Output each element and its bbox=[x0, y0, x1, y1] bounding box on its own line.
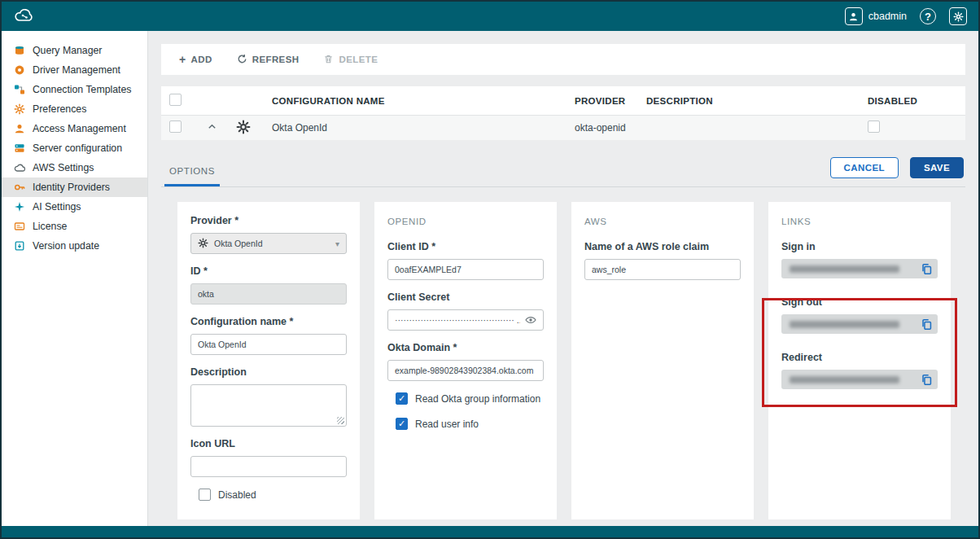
driver-icon bbox=[13, 64, 25, 77]
tab-bar: OPTIONS CANCEL SAVE bbox=[161, 155, 965, 187]
select-all-checkbox[interactable] bbox=[169, 94, 182, 106]
refresh-icon bbox=[237, 54, 247, 66]
column-header-provider: PROVIDER bbox=[575, 96, 646, 106]
redacted-url-text bbox=[790, 321, 899, 328]
provider-select-value: Okta OpenId bbox=[214, 239, 263, 248]
copy-icon[interactable] bbox=[921, 318, 933, 331]
okta-domain-field[interactable]: example-98902843902384.okta.com bbox=[387, 360, 544, 381]
help-icon[interactable]: ? bbox=[920, 8, 936, 24]
sidebar-item-label: AI Settings bbox=[33, 201, 81, 213]
provider-select[interactable]: Okta OpenId ▾ bbox=[190, 233, 347, 254]
chevron-down-icon: ▾ bbox=[335, 239, 339, 248]
column-header-disabled: DISABLED bbox=[868, 96, 965, 106]
disabled-checkbox[interactable] bbox=[199, 489, 211, 501]
client-id-field[interactable]: 0oafEXAMPLEd7 bbox=[387, 259, 544, 280]
person-icon bbox=[13, 123, 25, 135]
add-button-label: ADD bbox=[191, 55, 212, 64]
copy-icon[interactable] bbox=[921, 374, 933, 386]
toolbar: + ADD REFRESH DELETE bbox=[161, 44, 965, 75]
description-label: Description bbox=[190, 366, 347, 378]
icon-url-field[interactable] bbox=[190, 456, 347, 477]
column-header-description: DESCRIPTION bbox=[646, 96, 868, 106]
sidebar-item-label: Identity Providers bbox=[33, 182, 110, 193]
sidebar-item-version-update[interactable]: Version update bbox=[2, 236, 147, 256]
redacted-url-text bbox=[790, 265, 899, 273]
aws-role-claim-field[interactable]: aws_role bbox=[584, 259, 741, 280]
id-label: ID * bbox=[190, 265, 347, 277]
provider-label: Provider * bbox=[190, 215, 347, 226]
chevron-up-icon bbox=[207, 123, 217, 134]
column-header-configuration-name: CONFIGURATION NAME bbox=[272, 96, 575, 106]
client-id-label: Client ID * bbox=[387, 241, 544, 252]
refresh-button[interactable]: REFRESH bbox=[237, 54, 300, 66]
sidebar-item-access-management[interactable]: Access Management bbox=[2, 119, 147, 138]
sidebar-item-label: AWS Settings bbox=[33, 162, 94, 173]
tab-options[interactable]: OPTIONS bbox=[164, 166, 220, 186]
openid-panel: OPENID Client ID * 0oafEXAMPLEd7 Client … bbox=[374, 202, 557, 519]
gear-icon bbox=[13, 103, 25, 116]
sign-in-url-field bbox=[781, 259, 938, 278]
table-header-row: CONFIGURATION NAME PROVIDER DESCRIPTION … bbox=[161, 86, 965, 116]
okta-domain-label: Okta Domain * bbox=[387, 342, 544, 353]
table-row[interactable]: Okta OpenId okta-openid bbox=[161, 116, 965, 140]
sidebar-item-label: License bbox=[33, 221, 67, 232]
client-secret-value: ········································… bbox=[395, 315, 520, 325]
client-secret-label: Client Secret bbox=[387, 291, 544, 303]
read-okta-group-checkbox[interactable] bbox=[396, 392, 408, 405]
sidebar-item-label: Connection Templates bbox=[33, 84, 131, 95]
sidebar-item-aws-settings[interactable]: AWS Settings bbox=[2, 158, 147, 177]
eye-icon[interactable] bbox=[525, 314, 536, 326]
settings-icon[interactable] bbox=[949, 7, 967, 25]
openid-panel-title: OPENID bbox=[387, 217, 544, 226]
sidebar-item-label: Access Management bbox=[33, 123, 126, 134]
sidebar-item-driver-management[interactable]: Driver Management bbox=[2, 60, 147, 80]
sidebar-item-preferences[interactable]: Preferences bbox=[2, 99, 147, 119]
database-icon bbox=[13, 45, 25, 57]
sidebar-item-license[interactable]: License bbox=[2, 217, 147, 236]
username-label: cbadmin bbox=[868, 11, 907, 22]
sidebar-item-label: Driver Management bbox=[33, 64, 120, 76]
update-icon bbox=[13, 240, 25, 252]
row-disabled-checkbox[interactable] bbox=[868, 121, 880, 133]
configurations-table: CONFIGURATION NAME PROVIDER DESCRIPTION … bbox=[161, 86, 965, 140]
icon-url-label: Icon URL bbox=[190, 438, 347, 449]
license-card-icon bbox=[13, 221, 25, 233]
connection-icon bbox=[13, 84, 25, 96]
add-button[interactable]: + ADD bbox=[179, 53, 212, 66]
server-icon bbox=[13, 142, 25, 155]
app-window: cbadmin ? Query Manager Driver Managemen… bbox=[0, 0, 980, 539]
okta-logo-icon bbox=[236, 120, 272, 137]
id-field: okta bbox=[190, 283, 347, 305]
save-button[interactable]: SAVE bbox=[910, 157, 964, 178]
aws-role-claim-label: Name of a AWS role claim bbox=[584, 241, 741, 252]
read-okta-group-label: Read Okta group information bbox=[415, 393, 540, 405]
row-provider: okta-openid bbox=[575, 122, 646, 134]
client-secret-field[interactable]: ········································… bbox=[387, 309, 544, 331]
links-panel: LINKS Sign in Sign out Redirect bbox=[768, 202, 951, 519]
sidebar-item-ai-settings[interactable]: AI Settings bbox=[2, 197, 147, 217]
read-user-info-checkbox[interactable] bbox=[396, 418, 408, 430]
topbar: cbadmin ? bbox=[2, 2, 978, 31]
configuration-name-field[interactable]: Okta OpenId bbox=[190, 334, 347, 355]
delete-button[interactable]: DELETE bbox=[323, 54, 378, 66]
sparkle-icon bbox=[13, 201, 25, 213]
row-checkbox[interactable] bbox=[169, 121, 182, 133]
sidebar-item-label: Server configuration bbox=[33, 142, 122, 154]
user-menu[interactable]: cbadmin bbox=[845, 7, 907, 25]
refresh-button-label: REFRESH bbox=[252, 55, 300, 64]
trash-icon bbox=[323, 54, 334, 66]
sidebar-item-connection-templates[interactable]: Connection Templates bbox=[2, 80, 147, 99]
aws-panel: AWS Name of a AWS role claim aws_role bbox=[571, 202, 754, 519]
redirect-url-field bbox=[781, 370, 938, 389]
redacted-url-text bbox=[790, 376, 899, 383]
description-field[interactable] bbox=[190, 384, 347, 427]
sidebar-item-identity-providers[interactable]: Identity Providers bbox=[2, 177, 147, 197]
sidebar-item-label: Preferences bbox=[33, 103, 86, 115]
copy-icon[interactable] bbox=[921, 263, 933, 275]
delete-button-label: DELETE bbox=[339, 55, 378, 64]
user-avatar-icon bbox=[845, 7, 863, 25]
sidebar-item-server-configuration[interactable]: Server configuration bbox=[2, 138, 147, 158]
sidebar-item-query-manager[interactable]: Query Manager bbox=[2, 41, 147, 60]
collapse-row-button[interactable] bbox=[207, 121, 236, 134]
cancel-button[interactable]: CANCEL bbox=[830, 157, 899, 178]
